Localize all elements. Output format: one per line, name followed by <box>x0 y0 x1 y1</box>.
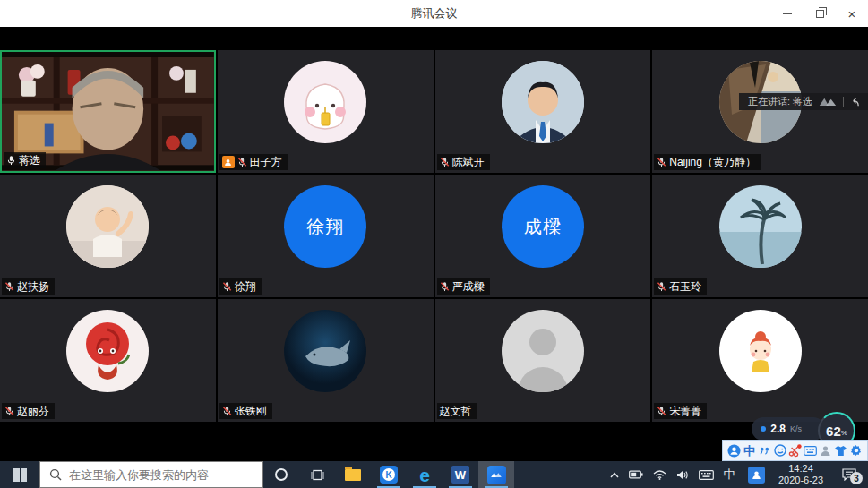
start-button[interactable] <box>0 461 39 488</box>
taskbar-clock[interactable]: 14:24 2020-6-23 <box>771 461 830 488</box>
participant-name: 宋菁菁 <box>669 404 701 419</box>
participant-tile-yanchengliang[interactable]: 成樑 严成樑 <box>435 175 651 297</box>
avatar-cartoon-girl <box>719 310 802 392</box>
ime-virtual-keyboard-icon[interactable] <box>804 444 817 458</box>
name-tag: 石玉玲 <box>654 278 707 295</box>
participant-tile-naijing[interactable]: 正在讲话: 蒋选 <box>652 50 868 173</box>
tencent-meeting-window: 腾讯会议 × <box>0 0 868 488</box>
ime-emoji-icon[interactable] <box>773 444 786 458</box>
name-tag: 赵丽芬 <box>2 403 55 419</box>
participant-tile-chenbinkai[interactable]: 陈斌开 <box>435 50 651 173</box>
edge-button[interactable]: e <box>407 461 443 488</box>
minimize-icon <box>783 13 792 14</box>
mic-muted-icon <box>440 281 450 292</box>
participant-tile-songjingjing[interactable]: 宋菁菁 <box>652 299 868 422</box>
participant-name: 徐翔 <box>235 279 256 295</box>
participant-name: 赵扶扬 <box>17 279 49 295</box>
touch-keyboard-button[interactable] <box>694 461 718 488</box>
net-speed-unit: K/s <box>790 424 802 433</box>
mic-on-icon <box>6 155 16 166</box>
name-tag: 蒋选 <box>4 152 46 168</box>
app-k-button[interactable]: K <box>371 461 407 488</box>
window-controls: × <box>771 0 868 27</box>
name-tag: Naijing（黄乃静） <box>654 154 761 170</box>
tencent-meeting-taskbar-button[interactable] <box>478 461 514 488</box>
name-tag: 赵文哲 <box>437 403 477 419</box>
wifi-icon <box>653 470 666 480</box>
ime-account-icon[interactable] <box>819 444 832 458</box>
status-badge-icon <box>222 156 235 168</box>
name-tag: 田子方 <box>219 154 288 170</box>
restore-button[interactable] <box>804 0 836 27</box>
avatar-default-person <box>502 310 584 392</box>
mic-muted-icon <box>222 281 232 292</box>
name-tag: 赵扶扬 <box>2 278 55 295</box>
net-speed-pill: 2.8 K/s <box>752 417 825 441</box>
participant-tile-jiangxuan[interactable]: 蒋选 <box>0 50 216 173</box>
taskbar-search[interactable] <box>39 461 263 488</box>
avatar-photo-palm <box>719 185 802 268</box>
windows-taskbar: K e W <box>0 461 868 488</box>
collapse-arrow-icon[interactable] <box>849 97 861 107</box>
participant-name: 石玉玲 <box>669 279 701 295</box>
ime-skin-icon[interactable] <box>834 444 847 458</box>
participant-tile-zhaowenzhe[interactable]: 赵文哲 <box>435 299 651 422</box>
battery-tray-button[interactable] <box>624 461 648 488</box>
net-status-dot-icon <box>761 426 766 432</box>
minimize-button[interactable] <box>771 0 804 27</box>
avatar-cartoon-rose <box>66 310 149 392</box>
ime-language-indicator[interactable]: 中 <box>718 461 741 488</box>
avatar-text: 成樑 <box>524 215 562 239</box>
participant-tile-tianzifang[interactable]: 田子方 <box>218 50 434 173</box>
window-title: 腾讯会议 <box>411 5 458 21</box>
participant-name: 赵文哲 <box>440 404 472 419</box>
mic-muted-icon <box>657 157 666 167</box>
participant-tile-zhaofuyang[interactable]: 赵扶扬 <box>0 175 216 297</box>
task-view-button[interactable] <box>299 461 335 488</box>
name-tag: 陈斌开 <box>437 154 490 170</box>
participant-tile-zhangtiegang[interactable]: 张铁刚 <box>218 299 434 422</box>
tray-contacts-app-button[interactable] <box>741 461 771 488</box>
participant-tile-xuxiang[interactable]: 徐翔 徐翔 <box>218 175 434 297</box>
participant-name: Naijing（黄乃静） <box>669 155 756 170</box>
word-icon: W <box>451 466 469 484</box>
mic-muted-icon <box>237 157 247 167</box>
avatar-cartoon-blob <box>284 61 366 143</box>
chevron-up-icon <box>610 472 619 478</box>
file-explorer-icon <box>345 469 361 481</box>
file-explorer-button[interactable] <box>335 461 371 488</box>
ime-logo-icon[interactable] <box>727 444 741 458</box>
net-speed-value: 2.8 <box>770 423 786 435</box>
tencent-meeting-icon <box>487 466 506 484</box>
volume-tray-button[interactable] <box>671 461 694 488</box>
notification-count-badge: 3 <box>850 472 863 484</box>
divider <box>843 97 844 107</box>
clock-date: 2020-6-23 <box>778 475 823 486</box>
hidden-icons-button[interactable] <box>605 461 624 488</box>
search-icon <box>49 468 62 481</box>
ime-screenshot-scissors-icon[interactable] <box>788 444 802 458</box>
word-button[interactable]: W <box>443 461 478 488</box>
task-view-icon <box>310 468 325 482</box>
ime-punctuation-icon[interactable] <box>758 444 771 458</box>
mic-muted-icon <box>4 406 14 416</box>
contacts-app-icon <box>748 467 765 484</box>
restore-icon <box>816 10 824 18</box>
windows-logo-icon <box>13 468 27 482</box>
close-button[interactable]: × <box>836 0 868 27</box>
ime-settings-gear-icon[interactable] <box>849 444 863 458</box>
participant-tile-zhaolifen[interactable]: 赵丽芬 <box>0 299 216 422</box>
participant-name: 严成樑 <box>452 279 485 295</box>
participant-name: 张铁刚 <box>235 404 267 419</box>
avatar-photo-baby <box>66 185 149 268</box>
ime-mode-toggle[interactable]: 中 <box>743 444 756 458</box>
meeting-logo-icon <box>818 96 838 107</box>
search-input[interactable] <box>69 468 254 482</box>
avatar-initials: 成樑 <box>502 185 584 268</box>
cortana-button[interactable] <box>263 461 299 488</box>
participant-tile-shiyuling[interactable]: 石玉玲 <box>652 175 868 297</box>
wifi-tray-button[interactable] <box>648 461 671 488</box>
participant-name: 赵丽芬 <box>17 404 49 419</box>
action-center-button[interactable]: 3 <box>830 461 868 488</box>
name-tag: 徐翔 <box>219 278 262 295</box>
